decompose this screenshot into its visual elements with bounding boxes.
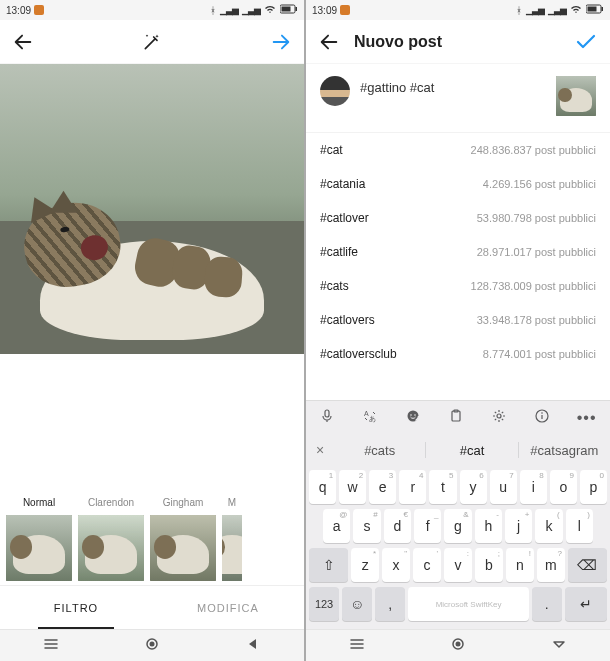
filter-normal[interactable]: Normal: [6, 497, 72, 581]
bluetooth-icon: ᚼ: [210, 5, 216, 16]
key-h[interactable]: -h: [475, 509, 502, 543]
nav-home-icon[interactable]: [450, 636, 466, 656]
info-icon[interactable]: [534, 408, 550, 428]
more-icon[interactable]: •••: [577, 409, 597, 427]
key-j[interactable]: +j: [505, 509, 532, 543]
gear-icon[interactable]: [491, 408, 507, 428]
key-b[interactable]: ;b: [475, 548, 503, 582]
status-bar: 13:09 ᚼ ▁▃▅ ▁▃▅: [0, 0, 304, 20]
sticker-icon[interactable]: [405, 408, 421, 428]
hashtag-row[interactable]: #catlife28.971.017 post pubblici: [306, 235, 610, 269]
svg-point-20: [455, 641, 460, 646]
photo-preview[interactable]: [0, 64, 304, 354]
key-enter[interactable]: ↵: [565, 587, 607, 621]
svg-rect-2: [282, 7, 291, 12]
nav-menu-icon[interactable]: [349, 636, 365, 656]
app-header: [0, 20, 304, 64]
compose-row: #gattino #cat: [306, 64, 610, 132]
hashtag-row[interactable]: #catlover53.980.798 post pubblici: [306, 201, 610, 235]
notification-icon: [34, 5, 44, 15]
status-bar: 13:09 ᚼ ▁▃▅ ▁▃▅: [306, 0, 610, 20]
prediction[interactable]: #cats: [334, 443, 425, 458]
key-w[interactable]: 2w: [339, 470, 366, 504]
clipboard-icon[interactable]: [448, 408, 464, 428]
key-x[interactable]: "x: [382, 548, 410, 582]
key-emoji[interactable]: ☺: [342, 587, 372, 621]
key-q[interactable]: 1q: [309, 470, 336, 504]
key-v[interactable]: :v: [444, 548, 472, 582]
signal-icon: ▁▃▅: [220, 5, 238, 15]
svg-point-4: [149, 641, 154, 646]
nav-home-icon[interactable]: [144, 636, 160, 656]
hashtag-row[interactable]: #catlovers33.948.178 post pubblici: [306, 303, 610, 337]
key-r[interactable]: 4r: [399, 470, 426, 504]
svg-rect-6: [602, 7, 604, 11]
filter-screen: 13:09 ᚼ ▁▃▅ ▁▃▅: [0, 0, 304, 661]
hashtag-row[interactable]: #catloversclub8.774.001 post pubblici: [306, 337, 610, 371]
back-icon[interactable]: [318, 31, 340, 53]
key-p[interactable]: 0p: [580, 470, 607, 504]
key-comma[interactable]: ,: [375, 587, 405, 621]
key-k[interactable]: (k: [535, 509, 562, 543]
clock: 13:09: [312, 5, 337, 16]
key-i[interactable]: 8i: [520, 470, 547, 504]
translate-icon[interactable]: Aあ: [362, 408, 378, 428]
key-m[interactable]: ?m: [537, 548, 565, 582]
key-u[interactable]: 7u: [490, 470, 517, 504]
key-a[interactable]: @a: [323, 509, 350, 543]
mic-icon[interactable]: [319, 408, 335, 428]
filter-gingham[interactable]: Gingham: [150, 497, 216, 581]
filter-clarendon[interactable]: Clarendon: [78, 497, 144, 581]
hashtag-row[interactable]: #catania4.269.156 post pubblici: [306, 167, 610, 201]
avatar[interactable]: [320, 76, 350, 106]
bottom-tabs: FILTRO MODIFICA: [0, 585, 304, 629]
key-n[interactable]: !n: [506, 548, 534, 582]
nav-keyboard-down-icon[interactable]: [551, 636, 567, 656]
nav-menu-icon[interactable]: [43, 636, 59, 656]
tab-filtro[interactable]: FILTRO: [0, 586, 152, 629]
signal-icon: ▁▃▅: [526, 5, 544, 15]
wifi-icon: [264, 4, 276, 16]
key-f[interactable]: _f: [414, 509, 441, 543]
svg-rect-8: [325, 410, 329, 417]
filter-strip[interactable]: Normal Clarendon Gingham M: [0, 487, 304, 585]
key-o[interactable]: 9o: [550, 470, 577, 504]
hashtag-row[interactable]: #cats128.738.009 post pubblici: [306, 269, 610, 303]
key-g[interactable]: &g: [444, 509, 471, 543]
key-e[interactable]: 3e: [369, 470, 396, 504]
key-s[interactable]: #s: [353, 509, 380, 543]
close-predictions-icon[interactable]: ×: [306, 442, 334, 458]
prediction[interactable]: #cat: [426, 443, 517, 458]
prediction[interactable]: #catsagram: [519, 443, 610, 458]
key-shift[interactable]: ⇧: [309, 548, 348, 582]
nav-back-icon[interactable]: [245, 636, 261, 656]
filter-more[interactable]: M: [222, 497, 242, 581]
key-z[interactable]: *z: [351, 548, 379, 582]
new-post-screen: 13:09 ᚼ ▁▃▅ ▁▃▅ Nuovo post: [306, 0, 610, 661]
clock: 13:09: [6, 5, 31, 16]
key-sym[interactable]: 123: [309, 587, 339, 621]
post-thumb[interactable]: [556, 76, 596, 116]
key-c[interactable]: 'c: [413, 548, 441, 582]
page-title: Nuovo post: [354, 33, 442, 51]
magic-wand-icon[interactable]: [142, 32, 162, 52]
key-l[interactable]: )l: [566, 509, 593, 543]
key-t[interactable]: 5t: [429, 470, 456, 504]
hashtag-row[interactable]: #cat248.836.837 post pubblici: [306, 133, 610, 167]
next-arrow-icon[interactable]: [270, 31, 292, 53]
svg-point-18: [541, 412, 543, 414]
tab-modifica[interactable]: MODIFICA: [152, 586, 304, 629]
hashtag-suggestions: #cat248.836.837 post pubblici #catania4.…: [306, 132, 610, 400]
key-backspace[interactable]: ⌫: [568, 548, 607, 582]
back-icon[interactable]: [12, 31, 34, 53]
key-d[interactable]: €d: [384, 509, 411, 543]
caption-input[interactable]: #gattino #cat: [360, 76, 546, 95]
key-y[interactable]: 6y: [460, 470, 487, 504]
svg-text:あ: あ: [369, 415, 376, 423]
keyboard: 1q2w3e4r5t6y7u8i9o0p @a#s€d_f&g-h+j(k)l …: [306, 466, 610, 629]
bluetooth-icon: ᚼ: [516, 5, 522, 16]
key-space[interactable]: Microsoft SwiftKey: [408, 587, 528, 621]
prediction-bar: × #cats #cat #catsagram: [306, 434, 610, 466]
key-dot[interactable]: .: [532, 587, 562, 621]
confirm-check-icon[interactable]: [574, 30, 598, 54]
